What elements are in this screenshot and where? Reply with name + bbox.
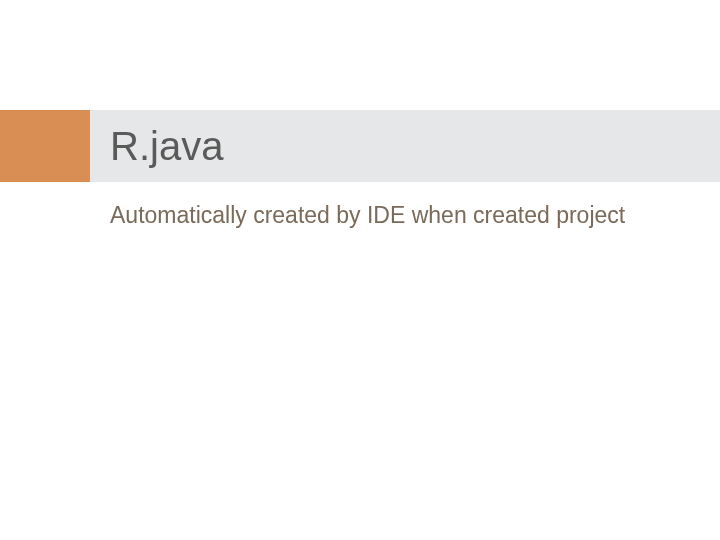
- title-accent-block: [0, 110, 90, 182]
- title-bar: R.java: [90, 110, 720, 182]
- title-band: R.java: [0, 110, 720, 182]
- slide-title: R.java: [110, 124, 223, 169]
- slide-body-text: Automatically created by IDE when create…: [110, 200, 660, 231]
